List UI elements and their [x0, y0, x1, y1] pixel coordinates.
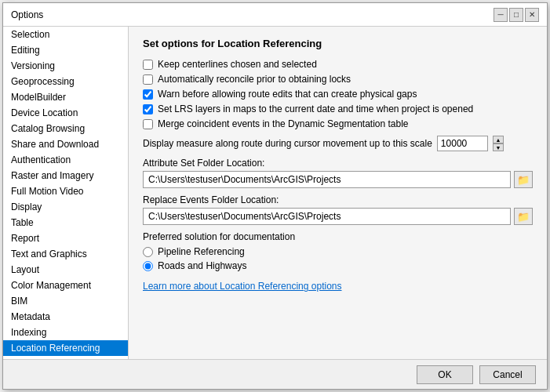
- replace-events-folder-label: Replace Events Folder Location:: [143, 194, 533, 205]
- radio-0[interactable]: [143, 247, 153, 257]
- radio-1[interactable]: [143, 261, 153, 271]
- checkbox-row-4: Merge coincident events in the Dynamic S…: [143, 118, 533, 129]
- dialog-title: Options: [11, 9, 43, 20]
- attribute-folder-input[interactable]: [143, 171, 511, 188]
- sidebar-item-table[interactable]: Table: [3, 215, 128, 230]
- sidebar-item-metadata[interactable]: Metadata: [3, 309, 128, 325]
- radio-label-1: Roads and Highways: [158, 260, 246, 271]
- sidebar-item-share-and-download[interactable]: Share and Download: [3, 136, 128, 152]
- radio-label-0: Pipeline Referencing: [158, 246, 245, 257]
- spin-down-button[interactable]: ▼: [493, 143, 504, 151]
- sidebar-item-geoprocessing[interactable]: Geoprocessing: [3, 74, 128, 89]
- sidebar-item-authentication[interactable]: Authentication: [3, 152, 128, 168]
- checkbox-container: Keep centerlines chosen and selectedAuto…: [143, 59, 533, 129]
- section-title: Set options for Location Referencing: [143, 38, 533, 49]
- sidebar-item-modelbuilder[interactable]: ModelBuilder: [3, 89, 128, 105]
- preferred-solution-label: Preferred solution for documentation: [143, 231, 533, 242]
- checkbox-row-0: Keep centerlines chosen and selected: [143, 59, 533, 70]
- checkbox-0[interactable]: [143, 60, 153, 70]
- scale-row: Display measure along route during curso…: [143, 136, 533, 151]
- main-content: Set options for Location Referencing Kee…: [129, 27, 547, 359]
- window-controls: ─ □ ✕: [494, 8, 539, 22]
- scale-label: Display measure along route during curso…: [143, 138, 432, 149]
- sidebar-item-text-and-graphics[interactable]: Text and Graphics: [3, 246, 128, 262]
- sidebar-item-selection[interactable]: Selection: [3, 27, 128, 42]
- checkbox-1[interactable]: [143, 74, 153, 85]
- checkbox-2[interactable]: [143, 89, 153, 100]
- radio-container: Pipeline ReferencingRoads and Highways: [143, 246, 533, 271]
- cancel-button[interactable]: Cancel: [479, 365, 536, 384]
- checkbox-label-2: Warn before allowing route edits that ca…: [158, 89, 417, 100]
- attribute-folder-row: 📁: [143, 171, 533, 188]
- checkbox-label-1: Automatically reconcile prior to obtaini…: [158, 74, 351, 85]
- sidebar-item-device-location[interactable]: Device Location: [3, 105, 128, 121]
- sidebar-item-display[interactable]: Display: [3, 199, 128, 215]
- scale-spinner: ▲ ▼: [493, 136, 504, 151]
- options-dialog: Options ─ □ ✕ SelectionEditingVersioning…: [2, 2, 548, 390]
- checkbox-label-4: Merge coincident events in the Dynamic S…: [158, 118, 409, 129]
- scale-input[interactable]: [437, 136, 488, 151]
- minimize-button[interactable]: ─: [494, 8, 508, 22]
- sidebar-item-layout[interactable]: Layout: [3, 262, 128, 278]
- dialog-body: SelectionEditingVersioningGeoprocessingM…: [3, 27, 547, 359]
- title-bar: Options ─ □ ✕: [3, 3, 547, 27]
- replace-events-folder-input[interactable]: [143, 208, 511, 225]
- ok-button[interactable]: OK: [417, 365, 473, 384]
- spin-up-button[interactable]: ▲: [493, 136, 504, 143]
- sidebar-item-color-management[interactable]: Color Management: [3, 278, 128, 293]
- sidebar-item-catalog-browsing[interactable]: Catalog Browsing: [3, 121, 128, 136]
- replace-events-folder-group: Replace Events Folder Location: 📁: [143, 194, 533, 225]
- radio-row-1: Roads and Highways: [143, 260, 533, 271]
- sidebar-item-full-motion-video[interactable]: Full Motion Video: [3, 183, 128, 199]
- attribute-folder-group: Attribute Set Folder Location: 📁: [143, 158, 533, 188]
- sidebar-item-indexing[interactable]: Indexing: [3, 325, 128, 340]
- replace-events-folder-row: 📁: [143, 208, 533, 225]
- dialog-footer: OK Cancel: [3, 359, 547, 389]
- sidebar: SelectionEditingVersioningGeoprocessingM…: [3, 27, 129, 359]
- checkbox-label-3: Set LRS layers in maps to the current da…: [158, 103, 473, 114]
- sidebar-item-versioning[interactable]: Versioning: [3, 58, 128, 74]
- radio-row-0: Pipeline Referencing: [143, 246, 533, 257]
- sidebar-item-location-referencing[interactable]: Location Referencing: [3, 340, 128, 356]
- learn-more-link[interactable]: Learn more about Location Referencing op…: [143, 281, 533, 292]
- sidebar-item-editing[interactable]: Editing: [3, 42, 128, 58]
- sidebar-wrapper: SelectionEditingVersioningGeoprocessingM…: [3, 27, 129, 359]
- checkbox-label-0: Keep centerlines chosen and selected: [158, 59, 317, 70]
- sidebar-item-report[interactable]: Report: [3, 230, 128, 246]
- checkbox-row-3: Set LRS layers in maps to the current da…: [143, 103, 533, 114]
- replace-events-folder-browse-button[interactable]: 📁: [514, 208, 533, 225]
- preferred-solution-section: Preferred solution for documentation Pip…: [143, 231, 533, 271]
- attribute-folder-browse-button[interactable]: 📁: [514, 171, 533, 188]
- attribute-folder-label: Attribute Set Folder Location:: [143, 158, 533, 169]
- checkbox-row-2: Warn before allowing route edits that ca…: [143, 89, 533, 100]
- checkbox-3[interactable]: [143, 104, 153, 114]
- close-button[interactable]: ✕: [525, 8, 539, 22]
- checkbox-row-1: Automatically reconcile prior to obtaini…: [143, 74, 533, 85]
- sidebar-item-bim[interactable]: BIM: [3, 293, 128, 309]
- sidebar-item-raster-and-imagery[interactable]: Raster and Imagery: [3, 168, 128, 183]
- maximize-button[interactable]: □: [509, 8, 523, 22]
- checkbox-4[interactable]: [143, 119, 153, 129]
